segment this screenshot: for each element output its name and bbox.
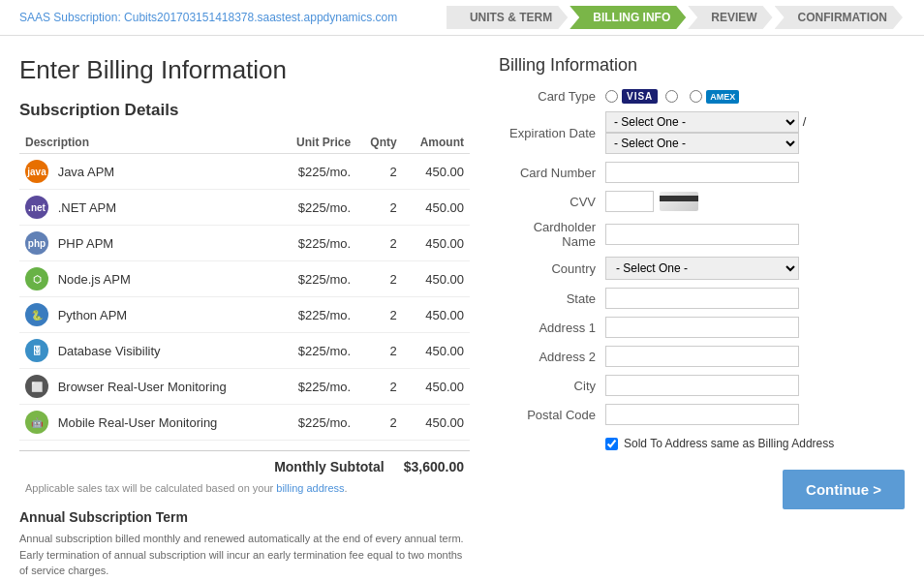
wizard-step-units-label: UNITS & TERM xyxy=(470,11,552,24)
wizard-step-review[interactable]: REVIEW xyxy=(688,6,772,29)
country-select[interactable]: - Select One - United States Canada Unit… xyxy=(605,257,799,280)
product-cell: 🗄 Database Visibility xyxy=(19,333,277,369)
product-icon-mobile: 🤖 xyxy=(25,411,48,434)
card-type-row: Card Type VISA AMEX xyxy=(499,89,905,104)
product-name: Mobile Real-User Monitoring xyxy=(58,415,218,430)
product-name: Node.js APM xyxy=(58,272,131,287)
mastercard-radio-label[interactable] xyxy=(665,90,682,103)
card-number-label: Card Number xyxy=(499,166,605,180)
unit-price-cell: $225/mo. xyxy=(277,154,356,190)
sold-to-checkbox-row: Sold To Address same as Billing Address xyxy=(605,437,905,450)
product-name: .NET APM xyxy=(58,200,116,215)
country-label: Country xyxy=(499,261,605,276)
product-cell: java Java APM xyxy=(19,154,277,190)
cardholder-name-row: Cardholder Name xyxy=(499,220,905,249)
billing-info-title: Billing Information xyxy=(499,55,905,76)
visa-radio[interactable] xyxy=(605,90,618,103)
product-icon-db: 🗄 xyxy=(25,339,48,362)
amount-cell: 450.00 xyxy=(403,297,470,333)
product-name: Browser Real-User Monitoring xyxy=(58,380,227,394)
cvv-input[interactable] xyxy=(605,191,654,212)
qnty-cell: 2 xyxy=(356,261,403,297)
city-label: City xyxy=(499,379,605,393)
state-input[interactable] xyxy=(605,288,799,309)
wizard-step-units[interactable]: UNITS & TERM xyxy=(447,6,568,29)
product-icon-node: ⬡ xyxy=(25,267,48,290)
col-amount: Amount xyxy=(403,132,470,154)
table-row: 🗄 Database Visibility $225/mo. 2 450.00 xyxy=(19,333,470,369)
address2-label: Address 2 xyxy=(499,350,605,364)
amount-cell: 450.00 xyxy=(403,405,470,441)
city-input[interactable] xyxy=(605,375,799,396)
expiry-year-select[interactable]: - Select One - 2017201820192020 20212022… xyxy=(605,133,799,154)
card-type-control: VISA AMEX xyxy=(605,89,905,104)
amount-cell: 450.00 xyxy=(403,261,470,297)
address2-input[interactable] xyxy=(605,346,799,367)
table-row: ⬡ Node.js APM $225/mo. 2 450.00 xyxy=(19,261,470,297)
product-name: Python APM xyxy=(58,308,128,322)
product-icon-php: php xyxy=(25,231,48,255)
qnty-cell: 2 xyxy=(356,297,403,333)
mastercard-radio[interactable] xyxy=(665,90,678,103)
unit-price-cell: $225/mo. xyxy=(277,226,356,261)
postal-code-input[interactable] xyxy=(605,404,799,425)
unit-price-cell: $225/mo. xyxy=(277,261,356,297)
postal-code-row: Postal Code xyxy=(499,404,905,425)
unit-price-cell: $225/mo. xyxy=(277,297,356,333)
continue-button[interactable]: Continue > xyxy=(783,470,905,509)
expiration-date-label: Expiration Date xyxy=(499,126,605,140)
amount-cell: 450.00 xyxy=(403,190,470,226)
saas-link[interactable]: SAAS Subscription: Cubits201703151418378… xyxy=(19,11,397,24)
cardholder-name-input[interactable] xyxy=(605,224,799,245)
qnty-cell: 2 xyxy=(356,369,403,405)
billing-address-link[interactable]: billing address xyxy=(276,482,344,494)
cvv-label: CVV xyxy=(499,195,605,209)
continue-section: Continue > xyxy=(499,470,905,509)
subscription-table: Description Unit Price Qnty Amount java … xyxy=(19,132,470,441)
main-content: Enter Billing Information Subscription D… xyxy=(0,36,924,581)
card-number-control xyxy=(605,162,905,183)
product-cell: ⬡ Node.js APM xyxy=(19,261,277,297)
address1-label: Address 1 xyxy=(499,321,605,335)
wizard-step-billing[interactable]: BILLING INFO xyxy=(570,6,686,29)
state-row: State xyxy=(499,288,905,309)
tax-note: Applicable sales tax will be calculated … xyxy=(19,482,470,494)
subscription-details-title: Subscription Details xyxy=(19,101,470,120)
cardholder-name-control xyxy=(605,224,905,245)
visa-radio-label[interactable]: VISA xyxy=(605,89,658,104)
unit-price-cell: $225/mo. xyxy=(277,333,356,369)
product-icon-net: .net xyxy=(25,196,48,219)
amex-radio[interactable] xyxy=(690,90,702,103)
product-name: Java APM xyxy=(58,165,115,179)
amount-cell: 450.00 xyxy=(403,333,470,369)
card-number-input[interactable] xyxy=(605,162,799,183)
right-panel: Billing Information Card Type VISA xyxy=(499,55,905,581)
table-row: 🤖 Mobile Real-User Monitoring $225/mo. 2… xyxy=(19,405,470,441)
subtotal-row: Monthly Subtotal $3,600.00 xyxy=(19,450,470,482)
sold-to-label: Sold To Address same as Billing Address xyxy=(624,437,834,450)
cardholder-label-line2: Name xyxy=(562,234,596,249)
product-icon-browser: ⬜ xyxy=(25,375,48,398)
product-name: PHP APM xyxy=(58,236,114,251)
qnty-cell: 2 xyxy=(356,226,403,261)
annual-term-title: Annual Subscription Term xyxy=(19,509,470,525)
cvv-row: CVV xyxy=(499,191,905,212)
address1-input[interactable] xyxy=(605,317,799,338)
wizard-steps: UNITS & TERM BILLING INFO REVIEW CONFIRM… xyxy=(447,6,905,29)
product-icon-python: 🐍 xyxy=(25,303,48,326)
table-row: php PHP APM $225/mo. 2 450.00 xyxy=(19,226,470,261)
card-number-row: Card Number xyxy=(499,162,905,183)
address1-row: Address 1 xyxy=(499,317,905,338)
country-control: - Select One - United States Canada Unit… xyxy=(605,257,905,280)
address2-row: Address 2 xyxy=(499,346,905,367)
expiry-month-select[interactable]: - Select One - 01020304 05060708 0910111… xyxy=(605,111,799,133)
expiration-date-control: - Select One - 01020304 05060708 0910111… xyxy=(605,111,905,154)
amex-radio-label[interactable]: AMEX xyxy=(690,90,739,104)
sold-to-checkbox[interactable] xyxy=(605,438,618,450)
page-title: Enter Billing Information xyxy=(19,55,470,85)
cardholder-label-line1: Cardholder xyxy=(534,220,596,234)
subtotal-amount: $3,600.00 xyxy=(404,459,464,474)
visa-icon: VISA xyxy=(622,89,658,104)
left-panel: Enter Billing Information Subscription D… xyxy=(19,55,470,581)
wizard-step-confirmation[interactable]: CONFIRMATION xyxy=(775,6,903,29)
